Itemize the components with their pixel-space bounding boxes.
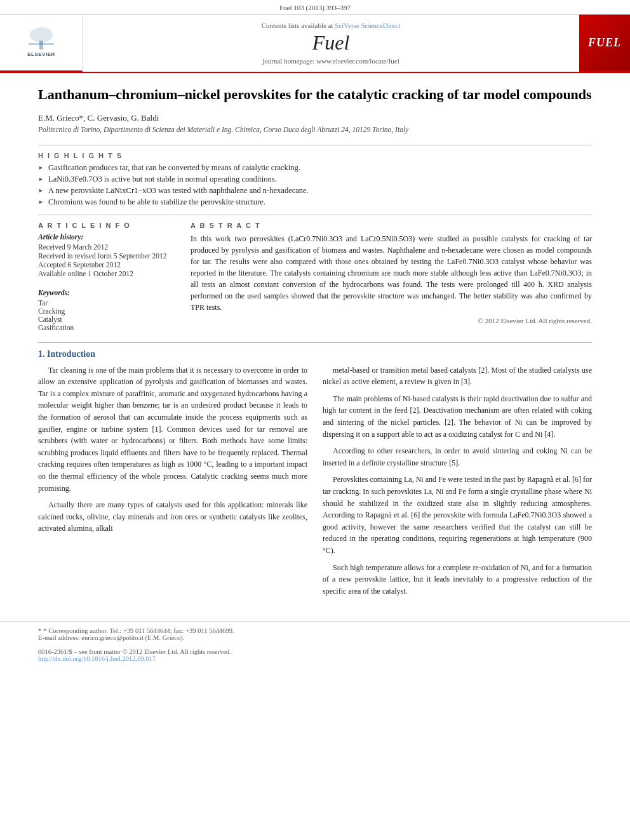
article-history-title: Article history: <box>38 233 178 241</box>
revised-date: Received in revised form 5 September 201… <box>38 252 178 260</box>
keywords-list: Tar Cracking Catalyst Gasification <box>38 299 178 331</box>
elsevier-logo-section: ELSEVIER <box>0 15 83 72</box>
intro-right-para-3: According to other researchers, in order… <box>323 445 592 469</box>
highlight-item: LaNi0.3Fe0.7O3 is active but not stable … <box>38 175 592 184</box>
divider-1 <box>38 145 592 145</box>
citation-bar: Fuel 103 (2013) 393–397 <box>0 0 630 15</box>
intro-left-para-1: Tar cleaning is one of the main problems… <box>38 364 307 495</box>
abstract-text: In this work two perovskites (LaCr0.7Ni0… <box>191 233 592 313</box>
highlight-item: Gasification produces tar, that can be c… <box>38 163 592 173</box>
received-date: Received 9 March 2012 <box>38 243 178 251</box>
intro-right-para-4: Perovskites containing La, Ni and Fe wer… <box>323 474 592 556</box>
intro-left-para-2: Actually there are many types of catalys… <box>38 499 307 535</box>
keywords-title: Keywords: <box>38 289 178 297</box>
highlights-list: Gasification produces tar, that can be c… <box>38 163 592 207</box>
page-footer: * * Corresponding author. Tel.: +39 011 … <box>0 621 630 666</box>
article-content: Lanthanum–chromium–nickel perovskites fo… <box>0 73 630 621</box>
keyword-item: Gasification <box>38 324 178 331</box>
introduction-text: Tar cleaning is one of the main problems… <box>38 364 592 603</box>
journal-name: Fuel <box>312 32 350 54</box>
homepage-line: journal homepage: www.elsevier.com/locat… <box>262 57 399 65</box>
abstract-col: A B S T R A C T In this work two perovsk… <box>191 222 592 332</box>
intro-right-para-1: metal-based or transition metal based ca… <box>323 364 592 388</box>
journal-header: ELSEVIER Contents lists available at Sci… <box>0 15 630 73</box>
fuel-badge-section: FUEL <box>579 15 630 72</box>
introduction-heading: 1. Introduction <box>38 349 592 359</box>
introduction-section: 1. Introduction Tar cleaning is one of t… <box>38 349 592 603</box>
abstract-label: A B S T R A C T <box>191 222 592 229</box>
intro-left-col: Tar cleaning is one of the main problems… <box>38 364 307 603</box>
journal-center: Contents lists available at SciVerse Sci… <box>83 15 579 72</box>
keyword-item: Catalyst <box>38 316 178 323</box>
fuel-badge: FUEL <box>588 36 621 50</box>
svg-text:ELSEVIER: ELSEVIER <box>27 51 55 57</box>
footer-email: E-mail address: enrico.grieco@polito.it … <box>38 634 592 641</box>
citation-text: Fuel 103 (2013) 393–397 <box>279 4 351 11</box>
footnote-star: * * Corresponding author. Tel.: +39 011 … <box>38 627 592 634</box>
sciverse-link[interactable]: SciVerse ScienceDirect <box>335 22 400 29</box>
intro-right-para-5: Such high temperature allows for a compl… <box>323 562 592 597</box>
accepted-date: Accepted 6 September 2012 <box>38 261 178 269</box>
svg-point-1 <box>30 27 53 43</box>
article-authors: E.M. Grieco*, C. Gervasio, G. Baldi <box>38 113 592 123</box>
article-info-col: A R T I C L E I N F O Article history: R… <box>38 222 178 332</box>
elsevier-logo: ELSEVIER <box>19 25 64 60</box>
highlight-item: A new perovskite LaNixCr1−xO3 was tested… <box>38 186 592 196</box>
intro-right-para-2: The main problems of Ni-based catalysts … <box>323 393 592 440</box>
keyword-item: Cracking <box>38 307 178 315</box>
available-date: Available online 1 October 2012 <box>38 270 178 277</box>
abstract-copyright: © 2012 Elsevier Ltd. All rights reserved… <box>191 317 592 324</box>
intro-right-col: metal-based or transition metal based ca… <box>323 364 592 603</box>
contents-line: Contents lists available at SciVerse Sci… <box>262 22 400 29</box>
highlight-item: Chromium was found to be able to stabili… <box>38 197 592 207</box>
article-info-label: A R T I C L E I N F O <box>38 222 178 229</box>
svg-rect-3 <box>29 43 54 45</box>
divider-3 <box>38 342 592 343</box>
elsevier-tree-icon: ELSEVIER <box>19 25 64 60</box>
footer-doi[interactable]: http://dx.doi.org/10.1016/j.fuel.2012.09… <box>38 655 592 662</box>
footer-issn: 0016-2361/$ – see front matter © 2012 El… <box>38 648 592 655</box>
article-affiliation: Politecnico di Torino, Dipartimento di S… <box>38 126 592 133</box>
highlights-section: H I G H L I G H T S Gasification produce… <box>38 152 592 207</box>
keyword-item: Tar <box>38 299 178 307</box>
article-title: Lanthanum–chromium–nickel perovskites fo… <box>38 86 592 104</box>
divider-2 <box>38 215 592 215</box>
highlights-label: H I G H L I G H T S <box>38 152 592 159</box>
info-abstract-section: A R T I C L E I N F O Article history: R… <box>38 222 592 332</box>
